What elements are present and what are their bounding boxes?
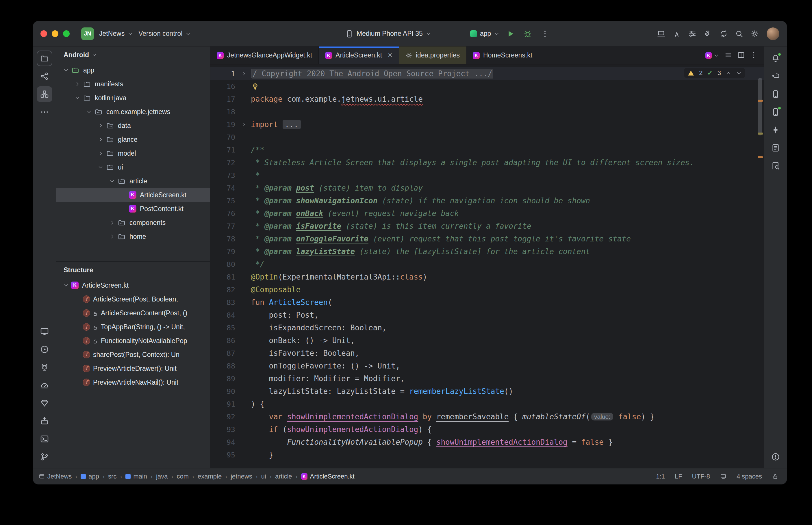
- structure-item-topappbar[interactable]: fTopAppBar(String, () -> Unit,: [56, 320, 210, 334]
- scrollbar-thumb[interactable]: [758, 78, 762, 135]
- code-line-19[interactable]: 19import ...: [210, 118, 764, 131]
- chevron-down-icon[interactable]: [95, 163, 106, 171]
- breadcrumb-jetnews[interactable]: jetnews: [231, 473, 252, 480]
- project-tree-item-ui[interactable]: ui: [56, 160, 210, 174]
- chevron-right-icon[interactable]: [72, 80, 83, 88]
- previous-issue-icon[interactable]: [726, 70, 732, 76]
- breadcrumb-article[interactable]: article: [275, 473, 292, 480]
- breadcrumb-articlescreen-kt[interactable]: KArticleScreen.kt: [301, 473, 355, 480]
- project-tree-item-model[interactable]: model: [56, 146, 210, 160]
- more-run-actions-button[interactable]: [538, 27, 552, 41]
- project-tool-button[interactable]: [37, 50, 52, 66]
- recent-files-dropdown[interactable]: K: [705, 52, 719, 59]
- code-line-91[interactable]: 91) {: [210, 397, 764, 410]
- project-tree-item-postcontent-kt[interactable]: KPostContent.kt: [56, 202, 210, 216]
- fold-arrow-icon[interactable]: [237, 71, 251, 76]
- code-line-73[interactable]: 73 *: [210, 169, 764, 182]
- file-encoding-widget[interactable]: UTF-8: [692, 473, 710, 480]
- settings-button[interactable]: [748, 27, 762, 41]
- commit-tool-button[interactable]: [37, 69, 52, 84]
- code-line-16[interactable]: 16: [210, 80, 764, 93]
- gemini-tool-button[interactable]: [768, 122, 783, 138]
- run-button[interactable]: [504, 27, 517, 41]
- ai-actions-button[interactable]: [670, 27, 683, 41]
- split-editor-button[interactable]: [735, 49, 748, 61]
- project-tree-item-manifests[interactable]: manifests: [56, 77, 210, 91]
- project-panel-header[interactable]: Android: [56, 46, 210, 63]
- tab-idea-properties[interactable]: idea.properties: [399, 46, 467, 64]
- vcs-widget[interactable]: Version control: [138, 30, 191, 38]
- quickfix-bulb-icon[interactable]: [251, 82, 260, 91]
- editor-options-button[interactable]: [748, 49, 760, 61]
- run-config-selector[interactable]: app: [470, 30, 500, 38]
- chevron-right-icon[interactable]: [95, 122, 106, 129]
- structure-item-articlescreencontent[interactable]: fArticleScreenContent(Post, (): [56, 306, 210, 320]
- code-line-94[interactable]: 94 FunctionalityNotAvailablePopup { show…: [210, 436, 764, 449]
- code-line-71[interactable]: 71/**: [210, 144, 764, 156]
- app-insights-tool-button[interactable]: [37, 395, 52, 411]
- problems-tool-button[interactable]: [768, 449, 783, 465]
- file-writable-icon[interactable]: [772, 473, 779, 480]
- gradle-tool-button[interactable]: [768, 69, 783, 84]
- chevron-down-icon[interactable]: [61, 282, 71, 289]
- warning-stripe[interactable]: [758, 156, 763, 158]
- chevron-right-icon[interactable]: [95, 136, 106, 143]
- structure-item-previewarticledrawer[interactable]: fPreviewArticleDrawer(): Unit: [56, 362, 210, 375]
- fold-arrow-icon[interactable]: [237, 122, 251, 127]
- chevron-down-icon[interactable]: [107, 177, 117, 185]
- code-line-74[interactable]: 74 * @param post (state) item to display: [210, 182, 764, 194]
- code-line-18[interactable]: 18: [210, 105, 764, 118]
- profiler-tool-button[interactable]: [37, 377, 52, 393]
- code-line-17[interactable]: 17package com.example.jetnews.ui.article: [210, 93, 764, 105]
- chevron-down-icon[interactable]: [61, 66, 71, 74]
- plugins-button[interactable]: [701, 27, 714, 41]
- breadcrumb-ui[interactable]: ui: [261, 473, 266, 480]
- structure-item-sharepost[interactable]: fsharePost(Post, Context): Un: [56, 348, 210, 362]
- code-line-79[interactable]: 79 * @param lazyListState (state) the [L…: [210, 245, 764, 258]
- chevron-down-icon[interactable]: [84, 108, 94, 116]
- code-line-90[interactable]: 90 lazyListState: LazyListState = rememb…: [210, 385, 764, 397]
- breadcrumb-example[interactable]: example: [198, 473, 222, 480]
- code-line-95[interactable]: 95 }: [210, 449, 764, 461]
- indent-style-widget[interactable]: 4 spaces: [737, 473, 762, 480]
- user-avatar[interactable]: [767, 27, 779, 40]
- code-line-76[interactable]: 76 * @param onBack (event) request navig…: [210, 207, 764, 220]
- breadcrumb-app[interactable]: app: [80, 473, 99, 480]
- project-tree-item-article[interactable]: article: [56, 174, 210, 188]
- code-line-83[interactable]: 83fun ArticleScreen(: [210, 296, 764, 309]
- chevron-right-icon[interactable]: [95, 150, 106, 157]
- structure-item-previewarticlenavrail[interactable]: fPreviewArticleNavRail(): Unit: [56, 375, 210, 389]
- code-line-70[interactable]: 70: [210, 131, 764, 144]
- structure-item-functionalitynotavailablepop[interactable]: fFunctionalityNotAvailablePop: [56, 334, 210, 348]
- project-tree-item-articlescreen-kt[interactable]: KArticleScreen.kt: [56, 188, 210, 202]
- more-tools-tool-button[interactable]: [37, 104, 52, 120]
- jetnews-app-logo[interactable]: JN: [81, 27, 94, 40]
- next-issue-icon[interactable]: [736, 70, 742, 76]
- structure-item-articlescreen[interactable]: fArticleScreen(Post, Boolean,: [56, 292, 210, 306]
- device-selector[interactable]: Medium Phone API 35: [345, 29, 431, 38]
- terminal-tool-button[interactable]: [37, 431, 52, 447]
- weak-warning-stripe[interactable]: [758, 133, 763, 135]
- project-tree-item-data[interactable]: data: [56, 119, 210, 133]
- code-line-87[interactable]: 87 isFavorite: Boolean,: [210, 347, 764, 360]
- project-switcher[interactable]: JetNews: [99, 30, 133, 38]
- settings-sliders-button[interactable]: [686, 27, 699, 41]
- breadcrumb-src[interactable]: src: [108, 473, 116, 480]
- caret-position-widget[interactable]: 1:1: [656, 473, 665, 480]
- project-tree-item-components[interactable]: components: [56, 216, 210, 229]
- code-line-82[interactable]: 82@Composable: [210, 283, 764, 296]
- file-search-tool-button[interactable]: [768, 158, 783, 174]
- code-line-72[interactable]: 72 * Stateless Article Screen that displ…: [210, 156, 764, 169]
- tab-jetnewsglanceappwidget-kt[interactable]: KJetnewsGlanceAppWidget.kt: [210, 46, 319, 64]
- screen-widget-icon[interactable]: [720, 473, 727, 480]
- code-line-92[interactable]: 92 var showUnimplementedActionDialog by …: [210, 410, 764, 423]
- inspection-widget[interactable]: 2 ✓ 3: [684, 68, 745, 78]
- code-line-78[interactable]: 78 * @param onToggleFavorite (event) req…: [210, 232, 764, 245]
- close-tab-button[interactable]: ×: [388, 51, 393, 59]
- chevron-right-icon[interactable]: [107, 219, 117, 226]
- breadcrumb-jetnews[interactable]: JetNews: [39, 473, 72, 480]
- notifications-tool-button[interactable]: [768, 50, 783, 66]
- breadcrumb-main[interactable]: main: [126, 473, 147, 480]
- breadcrumb-java[interactable]: java: [156, 473, 167, 480]
- project-tree-item-com-example-jetnews[interactable]: com.example.jetnews: [56, 105, 210, 119]
